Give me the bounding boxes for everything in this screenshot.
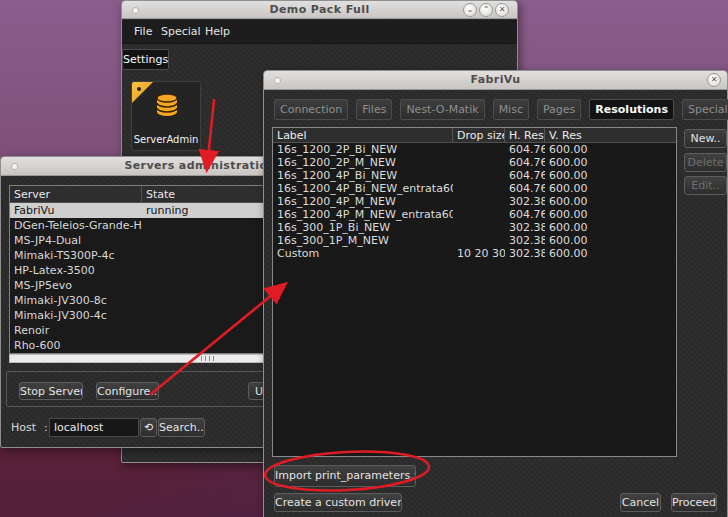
close-button[interactable]: ✕ [495,3,509,17]
server-admin-tile[interactable]: ServerAdmin [131,81,201,151]
menu-file[interactable]: File [134,25,152,38]
resolution-row[interactable]: 16s_1200_4P_M_NEW302.38600.00 [273,195,676,208]
menu-help[interactable]: Help [205,25,230,38]
menu-special[interactable]: Special [161,25,201,38]
cancel-button[interactable]: Cancel [620,493,661,512]
resolution-drop-size-cell [453,182,505,195]
resolution-drop-size-cell [453,234,505,247]
close-button[interactable]: ✕ [707,73,721,87]
fabrivu-title: FabriVu [264,73,727,86]
database-icon [154,93,180,118]
resolution-v-res-cell: 600.00 [545,247,676,260]
server-name-cell: Renoir [10,323,142,338]
resolution-label-cell: 16s_300_1P_Bi_NEW [273,221,453,234]
host-input[interactable] [49,418,139,437]
server-name-cell: MS-JP4-Dual [10,233,142,248]
resolution-row[interactable]: 16s_300_1P_M_NEW302.38600.00 [273,234,676,247]
fabrivu-titlebar[interactable]: FabriVu ✕ [264,71,727,90]
resolution-h-res-cell: 604.76 [505,143,545,156]
server-name-cell: Rho-600 [10,338,142,353]
resolution-row[interactable]: 16s_1200_4P_Bi_NEW_entrata600604.76600.0… [273,182,676,195]
new-button[interactable]: New.. [684,129,727,148]
resolution-label-cell: Custom [273,247,453,260]
resolution-h-res-cell: 302.38 [505,234,545,247]
server-name-cell: MS-JP5evo [10,278,142,293]
resolutions-table-header: Label Drop size H. Res V. Res [273,128,676,143]
server-name-cell: Mimaki-TS300P-4c [10,248,142,263]
resolution-drop-size-cell [453,195,505,208]
column-header-label[interactable]: Label [273,128,453,142]
resolution-v-res-cell: 600.00 [545,221,676,234]
tab-settings[interactable]: Settings [122,49,169,70]
resolution-h-res-cell: 302.38 [505,247,545,260]
tab-special-inks[interactable]: Special Inks [682,99,728,120]
resolution-h-res-cell: 302.38 [505,195,545,208]
refresh-icon: ⟲ [144,421,153,434]
resolution-row[interactable]: 16s_300_1P_Bi_NEW302.38600.00 [273,221,676,234]
column-header-h-res[interactable]: H. Res [505,128,545,142]
resolution-h-res-cell: 604.76 [505,208,545,221]
resolution-label-cell: 16s_1200_4P_M_NEW_entrata600 [273,208,453,221]
desktop: { "colors": { "annotation_red": "#e11b24… [0,0,728,517]
resolution-row[interactable]: 16s_1200_4P_M_NEW_entrata600604.76600.00 [273,208,676,221]
server-name-cell: HP-Latex-3500 [10,263,142,278]
resolution-v-res-cell: 600.00 [545,169,676,182]
resolution-label-cell: 16s_1200_2P_Bi_NEW [273,143,453,156]
resolution-drop-size-cell [453,156,505,169]
minimize-button[interactable]: ⌄ [463,3,477,17]
server-name-cell: Mimaki-JV300-4c [10,308,142,323]
resolution-label-cell: 16s_1200_2P_M_NEW [273,156,453,169]
resolution-h-res-cell: 604.76 [505,156,545,169]
server-name-cell: Mimaki-JV300-8c [10,293,142,308]
scrollbar-grip-icon[interactable] [201,356,214,361]
column-header-drop-size[interactable]: Drop size [453,128,505,142]
column-header-v-res[interactable]: V. Res [545,128,676,142]
resolution-label-cell: 16s_1200_4P_Bi_NEW [273,169,453,182]
resolutions-table: Label Drop size H. Res V. Res 16s_1200_2… [272,127,677,457]
resolution-row[interactable]: 16s_1200_4P_Bi_NEW604.76600.00 [273,169,676,182]
resolution-v-res-cell: 600.00 [545,156,676,169]
tile-label: ServerAdmin [132,134,200,145]
resolution-row[interactable]: 16s_1200_2P_Bi_NEW604.76600.00 [273,143,676,156]
tab-pages[interactable]: Pages [537,99,581,120]
fabrivu-window: FabriVu ✕ ConnectionFilesNest-O-MatikMis… [263,70,728,517]
tab-connection[interactable]: Connection [274,99,348,120]
resolution-drop-size-cell [453,208,505,221]
resolution-v-res-cell: 600.00 [545,234,676,247]
resolution-h-res-cell: 604.76 [505,182,545,195]
search-button[interactable]: Search... [158,418,205,437]
host-label: Host [11,421,36,434]
resolution-drop-size-cell: 10 20 30 [453,247,505,260]
tab-nest-o-matik[interactable]: Nest-O-Matik [400,99,484,120]
resolution-v-res-cell: 600.00 [545,182,676,195]
resolution-row[interactable]: 16s_1200_2P_M_NEW604.76600.00 [273,156,676,169]
tab-misc[interactable]: Misc [493,99,529,120]
resolution-h-res-cell: 604.76 [505,169,545,182]
maximize-button[interactable]: ⌃ [479,3,493,17]
resolution-v-res-cell: 600.00 [545,208,676,221]
tile-corner-triangle-icon [132,82,153,103]
resolution-drop-size-cell [453,169,505,182]
tile-corner-dot-icon [137,87,141,91]
column-header-server[interactable]: Server [10,186,142,202]
stop-server-button[interactable]: Stop Server [19,382,83,400]
demo-pack-title: Demo Pack Full [122,3,517,16]
import-print-parameters-button[interactable]: Import print_parameters.zip [274,465,416,487]
server-name-cell: FabriVu [10,203,142,218]
host-separator: : [44,421,48,434]
edit-button: Edit.. [684,176,727,195]
resolution-drop-size-cell [453,221,505,234]
configure-button[interactable]: Configure... [96,382,159,400]
server-name-cell: DGen-Teleios-Grande-H6 [10,218,142,233]
resolution-h-res-cell: 302.38 [505,221,545,234]
menubar: File Special Help [122,20,517,44]
create-custom-driver-button[interactable]: Create a custom driver... [274,493,402,512]
tab-files[interactable]: Files [356,99,392,120]
demo-pack-titlebar[interactable]: Demo Pack Full ⌄ ⌃ ✕ [122,1,517,19]
tab-resolutions[interactable]: Resolutions [589,99,674,120]
fabrivu-tabbar: ConnectionFilesNest-O-MatikMiscPagesReso… [274,99,728,120]
resolution-row[interactable]: Custom10 20 30302.38600.00 [273,247,676,260]
proceed-button[interactable]: Proceed [671,493,717,512]
refresh-button[interactable]: ⟲ [140,418,157,437]
resolution-label-cell: 16s_300_1P_M_NEW [273,234,453,247]
